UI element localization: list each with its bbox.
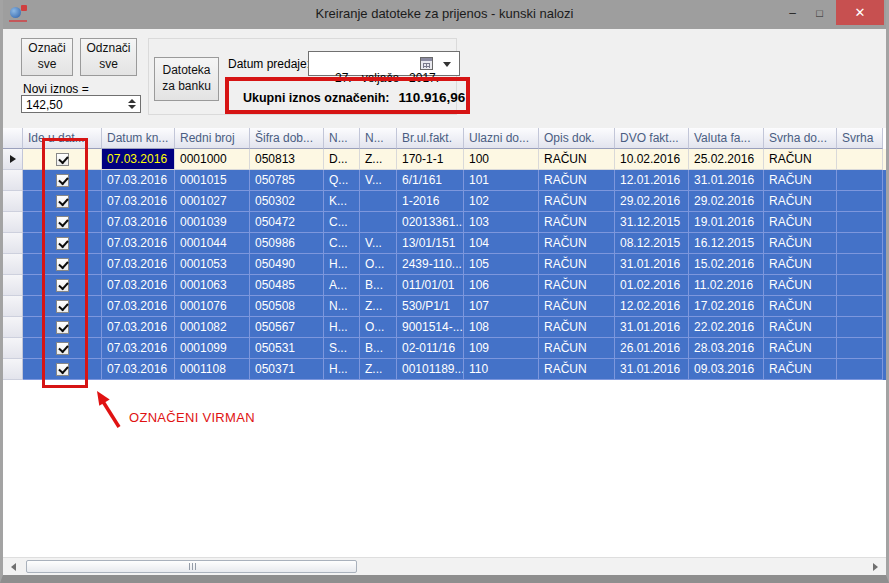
- table-cell[interactable]: 108: [464, 317, 539, 338]
- ide-u-dat-cell[interactable]: [23, 359, 102, 380]
- table-cell[interactable]: 050490: [250, 254, 324, 275]
- row-selector-cell[interactable]: [3, 275, 23, 296]
- table-cell[interactable]: [837, 275, 883, 296]
- row-selector-header[interactable]: [3, 128, 23, 149]
- table-cell[interactable]: 17.02.2016: [689, 296, 764, 317]
- table-row[interactable]: 07.03.20160001053050490H...O...2439-110.…: [3, 254, 886, 275]
- table-cell[interactable]: H...: [324, 359, 360, 380]
- table-cell[interactable]: RAČUN: [539, 296, 615, 317]
- table-cell[interactable]: 02-011/16: [397, 338, 464, 359]
- chevron-down-icon[interactable]: [443, 62, 451, 67]
- table-cell[interactable]: 16.12.2015: [689, 233, 764, 254]
- table-cell[interactable]: RAČUN: [539, 254, 615, 275]
- column-header[interactable]: N...: [324, 128, 360, 149]
- table-cell[interactable]: RAČUN: [539, 275, 615, 296]
- column-header[interactable]: Opis dok.: [539, 128, 615, 149]
- ide-u-dat-cell[interactable]: [23, 338, 102, 359]
- table-cell[interactable]: 0001099: [175, 338, 250, 359]
- column-header[interactable]: DVO fakt...: [615, 128, 689, 149]
- row-checkbox[interactable]: [56, 153, 69, 166]
- table-cell[interactable]: O...: [360, 254, 397, 275]
- table-cell[interactable]: RAČUN: [764, 149, 837, 170]
- ide-u-dat-cell[interactable]: [23, 170, 102, 191]
- table-cell[interactable]: 29.02.2016: [689, 191, 764, 212]
- table-cell[interactable]: 07.03.2016: [102, 317, 175, 338]
- table-cell[interactable]: RAČUN: [764, 170, 837, 191]
- table-cell[interactable]: 11.02.2016: [689, 275, 764, 296]
- table-cell[interactable]: 011/01/01: [397, 275, 464, 296]
- table-cell[interactable]: 104: [464, 233, 539, 254]
- table-row[interactable]: 07.03.20160001108050371H...Z...00101189.…: [3, 359, 886, 380]
- table-cell[interactable]: S...: [324, 338, 360, 359]
- table-cell[interactable]: 07.03.2016: [102, 254, 175, 275]
- table-cell[interactable]: 31.01.2016: [615, 317, 689, 338]
- table-cell[interactable]: 106: [464, 275, 539, 296]
- table-cell[interactable]: 0001015: [175, 170, 250, 191]
- table-cell[interactable]: O...: [360, 317, 397, 338]
- table-cell[interactable]: V...: [360, 170, 397, 191]
- spin-down-icon[interactable]: [128, 105, 136, 109]
- table-cell[interactable]: 050567: [250, 317, 324, 338]
- row-checkbox[interactable]: [56, 363, 69, 376]
- table-cell[interactable]: RAČUN: [764, 275, 837, 296]
- table-cell[interactable]: RAČUN: [539, 359, 615, 380]
- row-selector-cell[interactable]: [3, 212, 23, 233]
- table-cell[interactable]: 22.02.2016: [689, 317, 764, 338]
- calendar-icon[interactable]: [420, 57, 433, 70]
- novi-iznos-input[interactable]: 142,50: [21, 95, 141, 113]
- table-cell[interactable]: RAČUN: [539, 149, 615, 170]
- table-cell[interactable]: 07.03.2016: [102, 191, 175, 212]
- ide-u-dat-cell[interactable]: [23, 191, 102, 212]
- table-cell[interactable]: 07.03.2016: [102, 233, 175, 254]
- table-cell[interactable]: 101: [464, 170, 539, 191]
- file-for-bank-button[interactable]: Datoteka za banku: [154, 57, 219, 101]
- table-cell[interactable]: RAČUN: [764, 338, 837, 359]
- table-row[interactable]: 07.03.20160001082050567H...O...9001514-.…: [3, 317, 886, 338]
- table-cell[interactable]: H...: [324, 317, 360, 338]
- table-row[interactable]: 07.03.20160001027050302K...1-2016102RAČU…: [3, 191, 886, 212]
- table-cell[interactable]: C...: [324, 212, 360, 233]
- table-row[interactable]: 07.03.20160001063050485A...B...011/01/01…: [3, 275, 886, 296]
- table-cell[interactable]: [837, 254, 883, 275]
- table-cell[interactable]: 530/P1/1: [397, 296, 464, 317]
- ide-u-dat-cell[interactable]: [23, 233, 102, 254]
- table-cell[interactable]: Z...: [360, 296, 397, 317]
- row-selector-cell[interactable]: [3, 296, 23, 317]
- table-cell[interactable]: 103: [464, 212, 539, 233]
- table-cell[interactable]: A...: [324, 275, 360, 296]
- row-selector-cell[interactable]: [3, 170, 23, 191]
- table-cell[interactable]: RAČUN: [539, 191, 615, 212]
- scroll-left-icon[interactable]: [11, 563, 16, 571]
- table-cell[interactable]: 10.02.2016: [615, 149, 689, 170]
- table-cell[interactable]: 15.02.2016: [689, 254, 764, 275]
- row-checkbox[interactable]: [56, 342, 69, 355]
- table-cell[interactable]: RAČUN: [764, 296, 837, 317]
- table-cell[interactable]: RAČUN: [764, 317, 837, 338]
- row-checkbox[interactable]: [56, 195, 69, 208]
- table-cell[interactable]: RAČUN: [539, 170, 615, 191]
- close-icon[interactable]: ✕: [836, 0, 884, 25]
- column-header[interactable]: N...: [360, 128, 397, 149]
- table-cell[interactable]: 19.01.2016: [689, 212, 764, 233]
- table-cell[interactable]: [837, 149, 883, 170]
- row-checkbox[interactable]: [56, 237, 69, 250]
- table-cell[interactable]: RAČUN: [539, 233, 615, 254]
- table-cell[interactable]: 050302: [250, 191, 324, 212]
- table-cell[interactable]: 26.01.2016: [615, 338, 689, 359]
- table-cell[interactable]: 0001082: [175, 317, 250, 338]
- table-cell[interactable]: 00101189...: [397, 359, 464, 380]
- column-header[interactable]: Datum kn...: [102, 128, 175, 149]
- row-selector-cell[interactable]: [3, 254, 23, 275]
- table-row[interactable]: 07.03.20160001076050508N...Z...530/P1/11…: [3, 296, 886, 317]
- row-selector-cell[interactable]: [3, 317, 23, 338]
- table-cell[interactable]: RAČUN: [539, 338, 615, 359]
- table-cell[interactable]: 0001053: [175, 254, 250, 275]
- ide-u-dat-cell[interactable]: [23, 296, 102, 317]
- table-cell[interactable]: 0001039: [175, 212, 250, 233]
- table-cell[interactable]: 07.03.2016: [102, 359, 175, 380]
- ide-u-dat-cell[interactable]: [23, 275, 102, 296]
- table-cell[interactable]: 9001514-...: [397, 317, 464, 338]
- ide-u-dat-cell[interactable]: [23, 212, 102, 233]
- table-cell[interactable]: 07.03.2016: [102, 149, 175, 170]
- table-cell[interactable]: K...: [324, 191, 360, 212]
